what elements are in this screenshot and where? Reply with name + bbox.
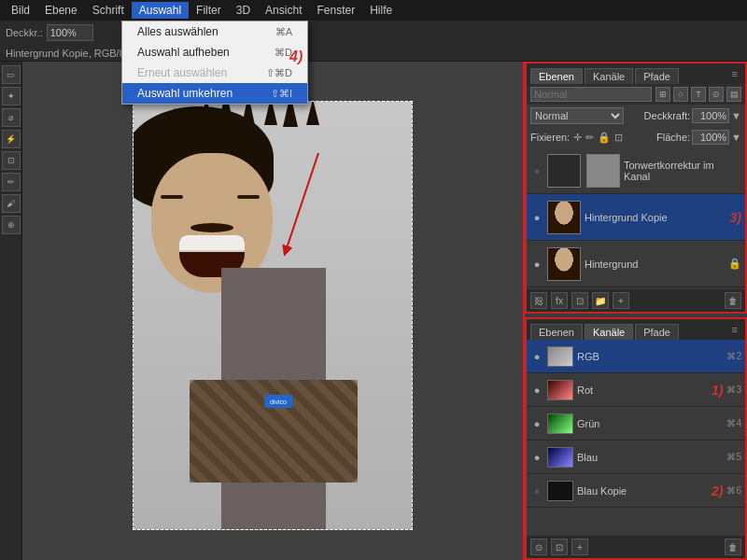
- layer-annotation-3: 3): [730, 210, 741, 225]
- panel-fix-bar: Fixieren: ✛ ✏ 🔒 ⊡ Fläche: ▼: [527, 127, 745, 147]
- menu-fenster[interactable]: Fenster: [309, 2, 362, 19]
- tool-crop[interactable]: ⊡: [2, 151, 21, 170]
- menu-3d[interactable]: 3D: [229, 2, 258, 19]
- search-icon-4[interactable]: ⊙: [709, 87, 724, 102]
- panel-menu-icon[interactable]: ≡: [728, 66, 741, 81]
- ch-shortcut-blau-kopie: ⌘6: [726, 485, 741, 496]
- ch-shortcut-rot: ⌘3: [726, 385, 741, 395]
- panel-search-bar: ⊞ ○ T ⊙ ▤: [527, 84, 745, 105]
- menu-schrift[interactable]: Schrift: [85, 2, 132, 19]
- menu-ansicht[interactable]: Ansicht: [258, 2, 309, 19]
- channel-row-rot[interactable]: ● Rot 1) ⌘3: [527, 373, 745, 407]
- link-btn[interactable]: ⛓: [530, 292, 547, 309]
- ch-thumb-blau: [547, 447, 573, 468]
- menu-auswahl-umkehren-label: Auswahl umkehren: [137, 87, 233, 100]
- layer-name-hg: Hintergrund: [585, 259, 725, 270]
- tab-ch-ebenen[interactable]: Ebenen: [530, 324, 583, 340]
- opacity-input[interactable]: [47, 24, 93, 41]
- fx-btn[interactable]: fx: [551, 292, 568, 309]
- tool-magic[interactable]: ⚡: [2, 130, 21, 148]
- fill-value[interactable]: [692, 130, 729, 145]
- ch-mask-btn[interactable]: ⊡: [551, 539, 568, 555]
- menu-auswahl[interactable]: Auswahl: [132, 2, 189, 19]
- tool-move[interactable]: ✦: [2, 87, 21, 105]
- menu-auswahl-aufheben-label: Auswahl aufheben: [137, 46, 230, 59]
- fix-icon-lock[interactable]: 🔒: [598, 132, 611, 144]
- panel-search-icons: ⊞ ○ T ⊙ ▤: [655, 87, 741, 102]
- layers-panel-toolbar: ⛓ fx ⊡ 📁 + 🗑: [527, 289, 745, 312]
- search-icon-2[interactable]: ○: [673, 87, 688, 102]
- ch-delete-btn[interactable]: 🗑: [725, 539, 741, 555]
- layers-panel-tabs: Ebenen Kanäle Pfade ≡: [527, 63, 745, 84]
- ch-thumb-gruen: [547, 413, 573, 434]
- ch-selection-btn[interactable]: ⊙: [530, 539, 547, 555]
- menu-bild[interactable]: Bild: [4, 2, 37, 19]
- ch-shortcut-rgb: ⌘2: [726, 351, 741, 361]
- menu-auswahl-aufheben[interactable]: Auswahl aufheben ⌘D: [122, 42, 307, 63]
- fill-arrow[interactable]: ▼: [731, 132, 741, 143]
- menu-hilfe[interactable]: Hilfe: [362, 2, 400, 19]
- ch-name-blau: Blau: [577, 452, 723, 463]
- layer-row-tonwert[interactable]: ● Tonwertkorrektur im Kanal: [527, 147, 745, 194]
- tool-eyedropper[interactable]: ✏: [2, 173, 21, 191]
- right-panels: Ebenen Kanäle Pfade ≡ ⊞ ○ T ⊙ ▤ Norma: [523, 62, 747, 560]
- tool-brush[interactable]: 🖌: [2, 194, 21, 213]
- opacity-label: Deckkraft:: [644, 110, 691, 121]
- tab-kanaele[interactable]: Kanäle: [585, 68, 633, 84]
- layers-panel: Ebenen Kanäle Pfade ≡ ⊞ ○ T ⊙ ▤ Norma: [525, 62, 747, 314]
- opacity-value[interactable]: [692, 108, 729, 123]
- channel-row-gruen[interactable]: ● Grün ⌘4: [527, 407, 745, 441]
- tab-ch-pfade[interactable]: Pfade: [635, 324, 679, 340]
- ch-eye-gruen[interactable]: ●: [530, 417, 543, 430]
- blend-mode-select[interactable]: Normal: [530, 107, 624, 124]
- ch-eye-blau-kopie[interactable]: ●: [530, 484, 543, 497]
- channel-row-blau[interactable]: ● Blau ⌘5: [527, 441, 745, 474]
- tool-stamp[interactable]: ⊕: [2, 216, 21, 234]
- mask-btn[interactable]: ⊡: [571, 292, 588, 309]
- layer-row-hg-kopie[interactable]: ● Hintergrund Kopie 3): [527, 194, 745, 241]
- fill-field: Fläche: ▼: [656, 130, 741, 145]
- layer-mask-tonwert: [586, 154, 620, 188]
- layer-eye-tonwert[interactable]: ●: [530, 164, 543, 177]
- tool-lasso[interactable]: ⌀: [2, 108, 21, 127]
- svg-line-1: [286, 153, 318, 251]
- delete-layer-btn[interactable]: 🗑: [725, 292, 741, 309]
- fix-icon-brush[interactable]: ✏: [585, 132, 594, 144]
- group-btn[interactable]: 📁: [592, 292, 609, 309]
- menu-auswahl-umkehren-shortcut: ⇧⌘I: [271, 88, 292, 100]
- layer-eye-hg[interactable]: ●: [530, 258, 543, 271]
- search-icon-3[interactable]: T: [691, 87, 706, 102]
- ch-eye-rot[interactable]: ●: [530, 384, 543, 397]
- channels-panel-menu[interactable]: ≡: [728, 322, 741, 337]
- channel-row-rgb[interactable]: ● RGB ⌘2: [527, 340, 745, 373]
- new-layer-btn[interactable]: +: [613, 292, 629, 309]
- menu-alles-auswaehlen[interactable]: Alles auswählen ⌘A: [122, 21, 307, 42]
- main-area: ▭ ✦ ⌀ ⚡ ⊡ ✏ 🖌 ⊕: [0, 62, 747, 560]
- right-eye: [237, 195, 260, 199]
- tool-marquee[interactable]: ▭: [2, 65, 21, 84]
- layer-thumb-tonwert: [547, 154, 581, 188]
- layer-name-hg-kopie: Hintergrund Kopie: [585, 212, 726, 223]
- search-icon-5[interactable]: ▤: [726, 87, 741, 102]
- opacity-arrow[interactable]: ▼: [731, 110, 741, 121]
- channel-row-blau-kopie[interactable]: ● Blau Kopie 2) ⌘6: [527, 474, 745, 508]
- ch-eye-rgb[interactable]: ●: [530, 350, 543, 363]
- tab-pfade[interactable]: Pfade: [635, 68, 679, 84]
- teeth: [179, 235, 245, 252]
- tab-ebenen[interactable]: Ebenen: [530, 68, 583, 84]
- layer-eye-hg-kopie[interactable]: ●: [530, 211, 543, 224]
- tab-ch-kanaele[interactable]: Kanäle: [585, 324, 633, 340]
- search-icon-1[interactable]: ⊞: [655, 87, 670, 102]
- layer-row-hg[interactable]: ● Hintergrund 🔒: [527, 241, 745, 287]
- red-arrow: [272, 148, 328, 263]
- fix-icon-move[interactable]: ✛: [573, 132, 582, 144]
- channels-list: ● RGB ⌘2 ● Rot 1) ⌘3 ● Grün: [527, 340, 745, 536]
- ch-eye-blau[interactable]: ●: [530, 451, 543, 464]
- ch-new-btn[interactable]: +: [571, 539, 588, 555]
- menu-filter[interactable]: Filter: [189, 2, 229, 19]
- menu-auswahl-umkehren[interactable]: Auswahl umkehren ⇧⌘I: [122, 83, 307, 104]
- fix-icon-art[interactable]: ⊡: [614, 132, 623, 144]
- menu-ebene[interactable]: Ebene: [37, 2, 85, 19]
- infobar-text: Hintergrund Kopie, RGB/8: [6, 48, 125, 59]
- layer-search-input[interactable]: [530, 87, 652, 102]
